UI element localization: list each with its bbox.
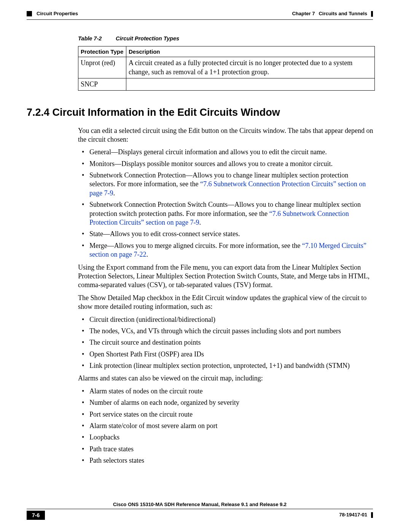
- doc-num-text: 78-19417-01: [339, 512, 367, 518]
- list-item: State—Allows you to edit cross-connect s…: [78, 230, 375, 238]
- body-content: You can edit a selected circuit using th…: [78, 126, 375, 465]
- list-item: Alarm state/color of most severe alarm o…: [78, 422, 375, 430]
- li-text: .: [146, 251, 148, 258]
- header-chapter-label: Chapter 7: [292, 11, 315, 17]
- table-label: Table 7-2: [78, 35, 114, 42]
- protection-types-table: Protection Type Description Unprot (red)…: [78, 46, 375, 91]
- list-item: Port service states on the circuit route: [78, 410, 375, 419]
- li-text: .: [199, 219, 201, 226]
- cell-description: [126, 78, 375, 91]
- li-text: Merge—Allows you to merge aligned circui…: [89, 242, 302, 249]
- list-item: The circuit source and destination point…: [78, 338, 375, 347]
- list-item: The nodes, VCs, and VTs through which th…: [78, 327, 375, 335]
- header-chapter-title: Circuits and Tunnels: [319, 11, 367, 17]
- cell-description: A circuit created as a fully protected c…: [126, 57, 375, 78]
- footer-doc-title: Cisco ONS 15310-MA SDH Reference Manual,…: [27, 502, 373, 509]
- bullet-square-icon: [27, 11, 32, 16]
- cell-protection-type: Unprot (red): [78, 57, 126, 78]
- th-protection-type: Protection Type: [78, 46, 126, 57]
- li-text: .: [113, 189, 115, 197]
- intro-paragraph: You can edit a selected circuit using th…: [78, 126, 375, 144]
- list-item: Monitors—Displays possible monitor sourc…: [78, 160, 375, 168]
- map-list: Circuit direction (unidirectional/bidire…: [78, 315, 375, 371]
- list-item: Number of alarms on each node, organized…: [78, 398, 375, 407]
- list-item: Path selectors states: [78, 456, 375, 465]
- vertical-bar-icon: [371, 11, 373, 17]
- list-item: General—Displays general circuit informa…: [78, 148, 375, 157]
- vertical-bar-icon: [371, 512, 373, 518]
- list-item: Merge—Allows you to merge aligned circui…: [78, 241, 375, 259]
- document-number: 78-19417-01: [339, 512, 373, 518]
- page-footer: Cisco ONS 15310-MA SDH Reference Manual,…: [27, 502, 373, 520]
- list-item: Subnetwork Connection Protection—Allows …: [78, 171, 375, 198]
- alarms-paragraph: Alarms and states can also be viewed on …: [78, 374, 375, 383]
- page-number-badge: 7-6: [27, 511, 45, 520]
- section-heading: 7.2.4 Circuit Information in the Edit Ci…: [27, 106, 373, 119]
- list-item: Circuit direction (unidirectional/bidire…: [78, 315, 375, 324]
- list-item: Path trace states: [78, 445, 375, 454]
- list-item: Link protection (linear multiplex sectio…: [78, 361, 375, 370]
- header-rule: [27, 19, 373, 20]
- running-header: Circuit Properties Chapter 7 Circuits an…: [27, 11, 373, 17]
- list-item: Open Shortest Path First (OSPF) area IDs: [78, 350, 375, 359]
- alarms-list: Alarm states of nodes on the circuit rou…: [78, 387, 375, 465]
- tabs-list: General—Displays general circuit informa…: [78, 148, 375, 259]
- table-caption: Table 7-2 Circuit Protection Types: [78, 35, 373, 42]
- export-paragraph: Using the Export command from the File m…: [78, 263, 375, 290]
- table-title: Circuit Protection Types: [116, 35, 179, 42]
- map-paragraph: The Show Detailed Map checkbox in the Ed…: [78, 294, 375, 312]
- list-item: Subnetwork Connection Protection Switch …: [78, 200, 375, 227]
- cell-protection-type: SNCP: [78, 78, 126, 91]
- th-description: Description: [126, 46, 375, 57]
- table-row: SNCP: [78, 78, 375, 91]
- table-row: Unprot (red) A circuit created as a full…: [78, 57, 375, 78]
- list-item: Loopbacks: [78, 433, 375, 442]
- list-item: Alarm states of nodes on the circuit rou…: [78, 387, 375, 396]
- header-section: Circuit Properties: [37, 11, 78, 17]
